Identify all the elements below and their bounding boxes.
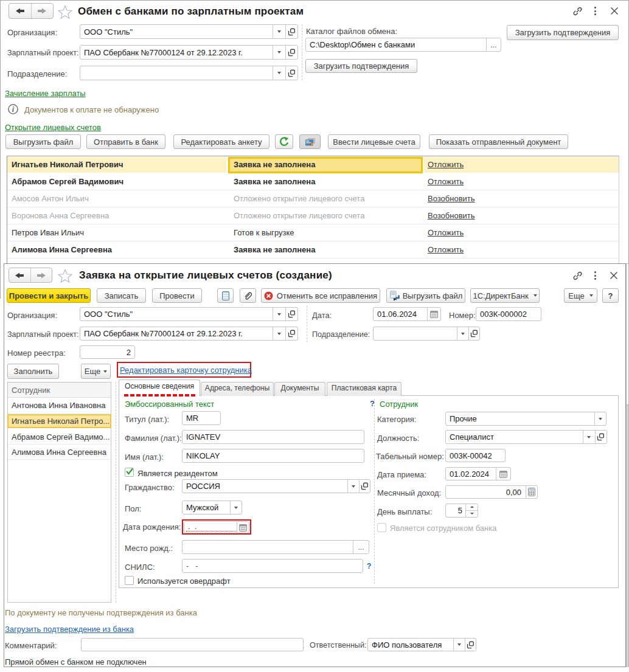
svg-text:i: i: [12, 105, 15, 114]
